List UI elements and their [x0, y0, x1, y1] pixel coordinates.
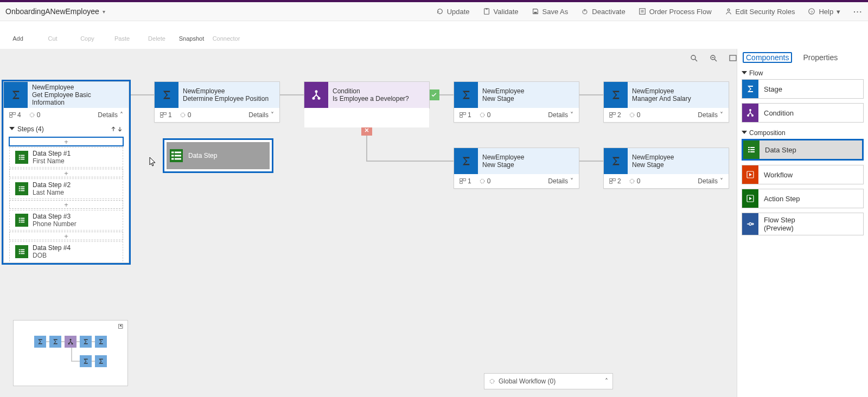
- help-button[interactable]: Help▾: [808, 8, 840, 16]
- step-subtitle: Phone Number: [33, 220, 76, 228]
- chevron-down-icon: ˅: [720, 177, 723, 185]
- add-step-slot[interactable]: +: [9, 232, 123, 240]
- more-actions-button[interactable]: ···: [853, 8, 863, 16]
- delete-label: Delete: [148, 35, 165, 42]
- minimap-node: [95, 355, 107, 367]
- process-title-text: OnboardingANewEmployee: [5, 7, 99, 16]
- stage-card-5[interactable]: NewEmployeeNew Stage 10Details˅: [454, 148, 579, 189]
- copy-label: Copy: [80, 35, 94, 42]
- step-row[interactable]: Data Step #3Phone Number: [9, 210, 123, 230]
- zoom-out-button[interactable]: [709, 53, 718, 63]
- add-step-slot[interactable]: +: [9, 200, 123, 209]
- minimap[interactable]: [13, 320, 128, 386]
- step-subtitle: Last Name: [33, 189, 71, 196]
- collapse-icon: [742, 131, 747, 134]
- stage-icon: [604, 148, 628, 174]
- group-flow-header[interactable]: Flow: [742, 69, 864, 77]
- triggers-count: 0: [180, 111, 192, 119]
- chevron-up-icon: ˄: [120, 111, 123, 119]
- x-icon: [363, 127, 370, 133]
- cut-label: Cut: [48, 35, 57, 42]
- data-step-icon: [15, 151, 28, 164]
- details-toggle[interactable]: Details˅: [698, 111, 723, 119]
- step-row[interactable]: Data Step #4DOB: [9, 241, 123, 261]
- component-condition[interactable]: Condition: [742, 103, 864, 123]
- steps-count: 4: [9, 111, 21, 119]
- component-stage[interactable]: Stage: [742, 79, 864, 99]
- minimap-expand-icon[interactable]: [118, 323, 124, 331]
- steps-icon: [9, 112, 16, 118]
- steps-header: Steps (4): [17, 125, 44, 133]
- stage-entity: NewEmployee: [632, 153, 724, 161]
- tab-properties[interactable]: Properties: [801, 52, 840, 63]
- details-toggle[interactable]: Details˄: [98, 111, 123, 119]
- global-workflow-bar[interactable]: Global Workflow (0) ˄: [484, 373, 613, 389]
- person-icon: [725, 8, 732, 15]
- cut-button[interactable]: Cut: [39, 23, 66, 42]
- component-label: Condition: [764, 109, 794, 117]
- minimap-node: [34, 336, 46, 348]
- help-label: Help: [819, 8, 833, 16]
- order-process-flow-button[interactable]: Order Process Flow: [639, 8, 712, 16]
- zoom-in-button[interactable]: [689, 53, 699, 63]
- connector-button[interactable]: Connector: [213, 23, 240, 42]
- stage-card-2[interactable]: NewEmployeeDetermine Employee Position 1…: [154, 81, 280, 123]
- save-as-button[interactable]: Save As: [532, 8, 569, 16]
- header-bar: OnboardingANewEmployee ▾ Update Validate…: [0, 2, 868, 21]
- save-as-label: Save As: [542, 8, 569, 16]
- stage-card-1[interactable]: NewEmployee Get Employee Basic Informati…: [3, 81, 129, 263]
- workflow-icon: [742, 165, 758, 184]
- fit-icon: [729, 54, 737, 62]
- step-row[interactable]: Data Step #2Last Name: [9, 178, 123, 199]
- add-step-slot[interactable]: +: [9, 169, 123, 177]
- copy-button[interactable]: Copy: [74, 23, 101, 42]
- add-step-slot[interactable]: +: [9, 137, 123, 146]
- designer-canvas[interactable]: NewEmployee Get Employee Basic Informati…: [0, 49, 743, 397]
- details-toggle[interactable]: Details˅: [248, 111, 274, 119]
- details-toggle[interactable]: Details˅: [698, 177, 723, 185]
- process-title[interactable]: OnboardingANewEmployee ▾: [5, 7, 105, 16]
- dragging-data-step[interactable]: Data Step: [163, 138, 273, 173]
- component-data-step[interactable]: Data Step: [742, 139, 864, 161]
- minimap-node: [95, 336, 107, 348]
- group-composition-header[interactable]: Composition: [742, 129, 864, 137]
- update-button[interactable]: Update: [436, 8, 470, 16]
- stage-card-3[interactable]: NewEmployeeNew Stage 10Details˅: [454, 81, 579, 123]
- data-step-icon: [15, 214, 28, 227]
- component-workflow[interactable]: Workflow: [742, 165, 864, 184]
- stage-icon: [604, 82, 628, 108]
- chevron-up-icon[interactable]: ˄: [605, 377, 608, 385]
- tab-components[interactable]: Components: [743, 52, 792, 63]
- deactivate-button[interactable]: Deactivate: [581, 8, 625, 16]
- edit-security-roles-button[interactable]: Edit Security Roles: [725, 8, 795, 16]
- step-subtitle: DOB: [33, 252, 71, 259]
- move-down-icon[interactable]: [117, 126, 123, 132]
- collapse-icon[interactable]: [9, 127, 15, 130]
- steps-count: 1: [459, 111, 471, 119]
- stage-entity: Condition: [333, 87, 425, 95]
- move-up-icon[interactable]: [110, 126, 117, 132]
- order-icon: [639, 8, 646, 15]
- condition-card[interactable]: ConditionIs Employee a Developer?: [304, 81, 430, 108]
- add-button[interactable]: Add: [4, 23, 31, 42]
- component-label: Action Step: [764, 195, 800, 203]
- delete-button[interactable]: Delete: [143, 23, 170, 42]
- cursor-icon: [149, 157, 157, 169]
- stage-name: Get Employee Basic Information: [32, 91, 124, 106]
- step-row[interactable]: Data Step #1First Name: [9, 147, 123, 168]
- triggers-count: 0: [29, 111, 41, 119]
- component-label: Data Step: [765, 146, 796, 154]
- stage-card-4[interactable]: NewEmployeeManager And Salary 20Details˅: [603, 81, 729, 123]
- details-toggle[interactable]: Details˅: [548, 177, 573, 185]
- details-toggle[interactable]: Details˅: [548, 111, 573, 119]
- deactivate-label: Deactivate: [592, 8, 625, 16]
- stage-card-6[interactable]: NewEmployeeNew Stage 20Details˅: [603, 148, 729, 189]
- component-flow-step[interactable]: Flow Step (Preview): [742, 213, 864, 235]
- snapshot-button[interactable]: Snapshot: [178, 23, 205, 42]
- paste-button[interactable]: Paste: [108, 23, 136, 42]
- chevron-down-icon: ˅: [271, 111, 274, 119]
- validate-button[interactable]: Validate: [483, 8, 519, 16]
- zoom-in-icon: [690, 54, 698, 62]
- component-action-step[interactable]: Action Step: [742, 189, 864, 208]
- steps-count: 1: [459, 177, 471, 185]
